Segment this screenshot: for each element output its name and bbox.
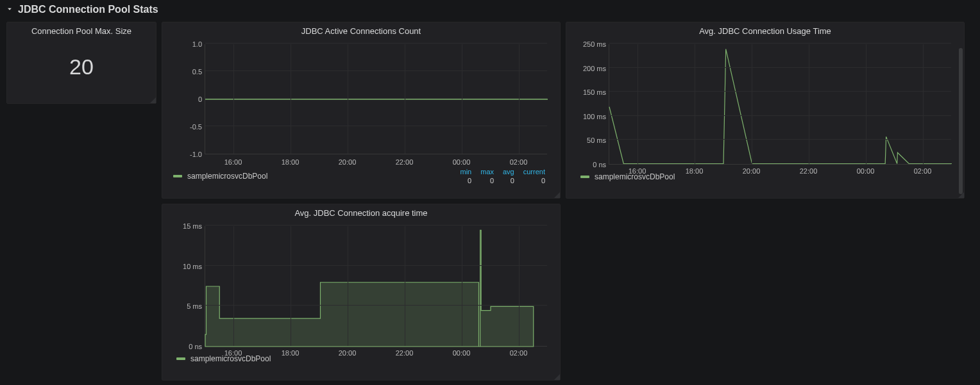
panel-usage-time[interactable]: Avg. JDBC Connection Usage Time 0 ns50 m… bbox=[566, 22, 965, 199]
chart-area[interactable]: 0 ns50 ms100 ms150 ms200 ms250 ms 16:001… bbox=[573, 39, 958, 170]
series-area bbox=[205, 226, 548, 347]
panel-title: Avg. JDBC Connection acquire time bbox=[162, 204, 560, 221]
row-header[interactable]: JDBC Connection Pool Stats bbox=[0, 0, 980, 22]
panel-title: Connection Pool Max. Size bbox=[7, 22, 156, 39]
legend-label[interactable]: samplemicrosvcDbPool bbox=[187, 172, 267, 181]
panel-title: JDBC Active Connections Count bbox=[162, 22, 560, 39]
legend-row: samplemicrosvcDbPool bbox=[162, 352, 560, 367]
legend-row: samplemicrosvcDbPool bbox=[566, 170, 964, 185]
stat-value: 20 bbox=[7, 54, 156, 79]
legend-stats: minmaxavgcurrent 0000 bbox=[455, 167, 550, 186]
chart-area[interactable]: -1.0-0.500.51.0 16:0018:0020:0022:0000:0… bbox=[169, 39, 553, 162]
chart-area[interactable]: 0 ns5 ms10 ms15 ms 16:0018:0020:0022:000… bbox=[169, 221, 553, 352]
panel-max-size[interactable]: Connection Pool Max. Size 20 bbox=[6, 22, 156, 104]
chevron-down-icon bbox=[5, 4, 18, 15]
legend-swatch bbox=[176, 357, 185, 360]
plot-area[interactable] bbox=[609, 44, 951, 165]
scroll-indicator[interactable] bbox=[959, 48, 963, 194]
plot-area[interactable] bbox=[205, 44, 547, 154]
legend-row: samplemicrosvcDbPool minmaxavgcurrent 00… bbox=[162, 162, 560, 189]
section-title: JDBC Connection Pool Stats bbox=[18, 4, 158, 15]
series-line bbox=[609, 44, 952, 165]
legend-swatch bbox=[173, 175, 182, 177]
panel-title: Avg. JDBC Connection Usage Time bbox=[566, 22, 964, 39]
legend-swatch bbox=[580, 176, 589, 178]
panel-acquire-time[interactable]: Avg. JDBC Connection acquire time 0 ns5 … bbox=[162, 204, 561, 381]
panels-container: Connection Pool Max. Size 20 JDBC Active… bbox=[0, 22, 980, 381]
panel-active-connections[interactable]: JDBC Active Connections Count -1.0-0.500… bbox=[162, 22, 561, 199]
plot-area[interactable] bbox=[205, 226, 547, 347]
series-line bbox=[205, 44, 548, 154]
